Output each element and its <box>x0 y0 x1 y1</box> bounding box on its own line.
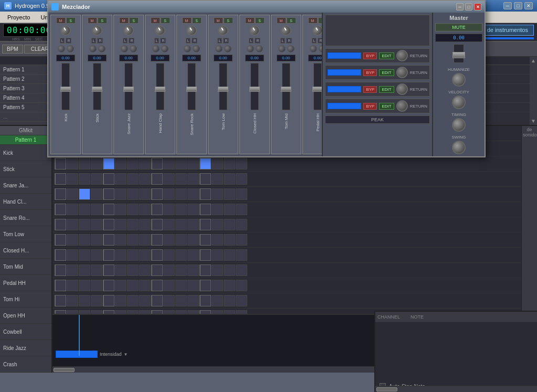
instr-stick[interactable]: Stick <box>0 161 51 177</box>
fx-byp-btn-3[interactable]: BYP <box>363 103 377 110</box>
ch-l-btn[interactable]: L <box>60 38 65 44</box>
ch-solo-btn[interactable]: S <box>161 17 170 24</box>
beat-btn-r7-b7[interactable] <box>139 234 151 246</box>
instr-pedal-hh[interactable]: Pedal HH <box>0 275 51 291</box>
ch-pan-knob[interactable] <box>279 23 293 37</box>
ch-pan-knob[interactable] <box>90 23 104 37</box>
beat-btn-r3-b1[interactable] <box>67 173 78 185</box>
beat-btn-r10-b1[interactable] <box>67 280 78 291</box>
beat-btn-r10-b14[interactable] <box>224 280 235 291</box>
beat-btn-r11-b11[interactable] <box>187 295 199 306</box>
minimize-button[interactable]: ─ <box>503 2 512 9</box>
beat-btn-r12-b10[interactable] <box>175 310 187 314</box>
ch-fader-handle[interactable] <box>155 87 165 92</box>
beat-btn-r8-b9[interactable] <box>163 249 175 261</box>
beat-btn-r10-b9[interactable] <box>163 280 175 291</box>
beat-btn-r10-b13[interactable] <box>212 280 223 291</box>
ch-l-btn[interactable]: L <box>217 38 223 44</box>
ch-mute-btn[interactable]: M <box>151 17 160 24</box>
master-mute-button[interactable]: MUTE <box>435 23 482 31</box>
pattern-list-item-6[interactable]: ... <box>0 112 55 122</box>
beat-btn-r7-b1[interactable] <box>67 234 78 246</box>
peak-button[interactable]: PEAK <box>325 115 430 124</box>
pattern-list-item-3[interactable]: Pattern 3 <box>0 84 55 93</box>
ch-fader-track[interactable] <box>313 63 322 110</box>
ch-l-btn[interactable]: L <box>312 38 317 44</box>
ch-fx1-knob[interactable] <box>215 45 223 52</box>
beat-btn-r3-b5[interactable] <box>115 173 127 185</box>
ch-fader-track[interactable] <box>93 63 101 110</box>
beat-btn-r9-b6[interactable] <box>127 264 139 276</box>
instr-tom-hi[interactable]: Tom Hi <box>0 291 51 308</box>
swing-knob[interactable] <box>452 141 466 154</box>
menu-proyecto[interactable]: Proyecto <box>2 13 35 22</box>
beat-btn-r5-b14[interactable] <box>224 204 235 215</box>
beat-btn-r10-b6[interactable] <box>127 280 139 291</box>
ch-pan-knob[interactable] <box>58 23 72 37</box>
beat-btn-r10-b4[interactable] <box>103 280 114 291</box>
ch-mute-btn[interactable]: M <box>214 17 223 24</box>
beat-btn-r7-b14[interactable] <box>224 234 235 246</box>
beat-btn-r9-b5[interactable] <box>115 264 127 276</box>
beat-btn-r9-b0[interactable] <box>55 264 66 276</box>
beat-btn-r2-b12[interactable] <box>199 158 211 169</box>
ch-fx2-knob[interactable] <box>287 45 294 52</box>
beat-btn-r3-b2[interactable] <box>79 173 90 185</box>
beat-btn-r8-b11[interactable] <box>187 249 199 261</box>
beat-btn-r4-b4[interactable] <box>103 188 114 200</box>
beat-btn-r5-b13[interactable] <box>212 204 223 215</box>
velocity-knob[interactable] <box>452 96 466 109</box>
instr-ride-jazz[interactable]: Ride Jazz <box>0 340 51 356</box>
beat-btn-r3-b14[interactable] <box>224 173 235 185</box>
ch-mute-btn[interactable]: M <box>182 17 192 24</box>
ch-fx1-knob[interactable] <box>310 45 317 52</box>
instr-snare-rock[interactable]: Snare Ro... <box>0 210 51 226</box>
beat-btn-r8-b15[interactable] <box>236 249 247 261</box>
beat-btn-r4-b15[interactable] <box>236 188 247 200</box>
beat-btn-r2-b0[interactable] <box>55 158 66 169</box>
mezclador-close-button[interactable]: ✕ <box>474 3 481 10</box>
ch-mute-btn[interactable]: M <box>245 17 255 24</box>
beat-btn-r4-b0[interactable] <box>55 188 66 200</box>
beat-btn-r11-b0[interactable] <box>55 295 66 306</box>
ch-fx1-knob[interactable] <box>184 45 191 52</box>
ch-fader-track[interactable] <box>282 63 290 110</box>
beat-btn-r6-b7[interactable] <box>139 219 151 230</box>
beat-btn-r9-b3[interactable] <box>91 264 102 276</box>
beat-btn-r5-b6[interactable] <box>127 204 139 215</box>
beat-btn-r5-b9[interactable] <box>163 204 175 215</box>
ch-l-btn[interactable]: L <box>280 38 286 44</box>
beat-btn-r8-b14[interactable] <box>224 249 235 261</box>
ch-l-btn[interactable]: L <box>123 38 128 44</box>
ch-pan-knob[interactable] <box>121 23 135 37</box>
ch-mute-btn[interactable]: M <box>88 17 97 24</box>
beat-btn-r6-b9[interactable] <box>163 219 175 230</box>
instr-crash[interactable]: Crash <box>0 356 51 373</box>
ch-fader-track[interactable] <box>61 63 70 110</box>
beat-btn-r4-b2[interactable] <box>79 188 90 200</box>
beat-btn-r9-b1[interactable] <box>67 264 78 276</box>
ch-fader-handle[interactable] <box>281 87 291 92</box>
ch-r-btn[interactable]: R <box>129 38 134 44</box>
beat-btn-r12-b7[interactable] <box>139 310 151 314</box>
beat-btn-r2-b13[interactable] <box>212 158 223 169</box>
ch-r-btn[interactable]: R <box>318 38 322 44</box>
beat-btn-r12-b11[interactable] <box>187 310 199 314</box>
ch-fx1-knob[interactable] <box>89 45 97 52</box>
beat-btn-r8-b8[interactable] <box>151 249 163 261</box>
beat-btn-r5-b3[interactable] <box>91 204 102 215</box>
master-fader-handle[interactable] <box>452 52 465 58</box>
beat-btn-r10-b7[interactable] <box>139 280 151 291</box>
beat-btn-r8-b6[interactable] <box>127 249 139 261</box>
beat-btn-r4-b9[interactable] <box>163 188 175 200</box>
beat-btn-r12-b15[interactable] <box>236 310 247 314</box>
ch-fader-handle[interactable] <box>186 87 197 92</box>
beat-btn-r12-b8[interactable] <box>151 310 163 314</box>
beat-btn-r9-b2[interactable] <box>79 264 90 276</box>
fx-byp-btn-2[interactable]: BYP <box>363 86 377 93</box>
humanize-knob[interactable] <box>452 73 466 87</box>
ch-fx1-knob[interactable] <box>58 45 65 52</box>
beat-btn-r12-b9[interactable] <box>163 310 175 314</box>
beat-btn-r2-b1[interactable] <box>67 158 78 169</box>
note-h-scrollbar[interactable] <box>375 386 537 392</box>
